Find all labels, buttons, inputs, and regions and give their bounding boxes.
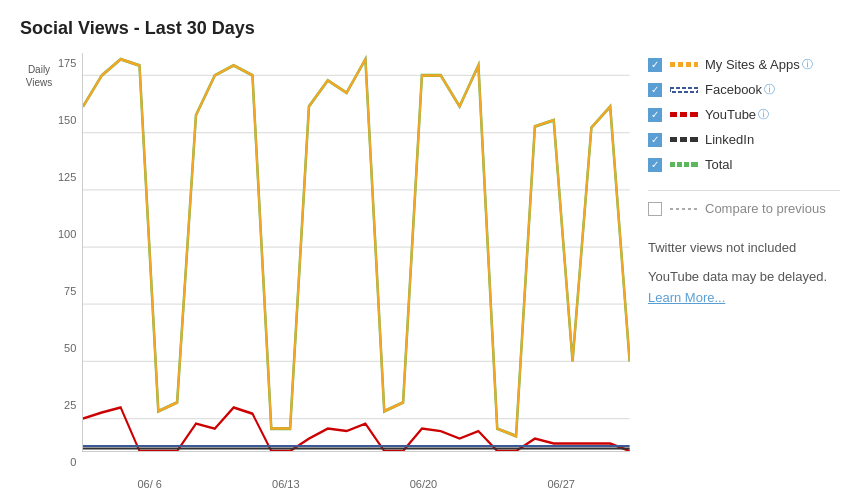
- svg-rect-12: [670, 112, 677, 117]
- legend-icon-youtube: [670, 108, 698, 122]
- svg-rect-10: [694, 62, 698, 67]
- legend-icon-linkedin: [670, 133, 698, 147]
- legend-divider: [648, 190, 840, 191]
- legend-checkbox-facebook[interactable]: [648, 83, 662, 97]
- x-label-0: 06/ 6: [137, 478, 161, 490]
- y-tick-175: 175: [58, 57, 76, 69]
- legend-item-facebook[interactable]: Facebook ⓘ: [648, 82, 840, 97]
- legend-info-facebook[interactable]: ⓘ: [764, 82, 775, 97]
- legend-item-youtube[interactable]: YouTube ⓘ: [648, 107, 840, 122]
- youtube-note: YouTube data may be delayed. Learn More.…: [648, 267, 840, 309]
- svg-rect-13: [680, 112, 687, 117]
- legend-checkbox-linkedin[interactable]: [648, 133, 662, 147]
- legend-icon-facebook: [670, 83, 698, 97]
- svg-rect-20: [684, 162, 689, 167]
- compare-icon: [670, 202, 698, 216]
- legend-label-total: Total: [705, 157, 732, 172]
- compare-section[interactable]: Compare to previous: [648, 201, 840, 216]
- svg-rect-19: [677, 162, 682, 167]
- svg-rect-7: [670, 62, 675, 67]
- main-container: Social Views - Last 30 Days DailyViews 1…: [0, 0, 860, 500]
- y-tick-150: 150: [58, 114, 76, 126]
- svg-rect-11: [670, 88, 698, 92]
- svg-rect-14: [690, 112, 698, 117]
- legend-icon-my-sites: [670, 58, 698, 72]
- y-ticks: 175 150 125 100 75 50 25 0: [58, 53, 82, 490]
- legend-checkbox-youtube[interactable]: [648, 108, 662, 122]
- y-tick-75: 75: [64, 285, 76, 297]
- legend-checkbox-my-sites[interactable]: [648, 58, 662, 72]
- svg-rect-9: [686, 62, 691, 67]
- svg-rect-18: [670, 162, 675, 167]
- legend-icon-total: [670, 158, 698, 172]
- footer-notes: Twitter views not included YouTube data …: [648, 238, 840, 308]
- svg-rect-17: [690, 137, 698, 142]
- svg-rect-16: [680, 137, 687, 142]
- page-title: Social Views - Last 30 Days: [20, 18, 840, 39]
- x-labels: 06/ 6 06/13 06/20 06/27: [82, 478, 630, 490]
- y-tick-125: 125: [58, 171, 76, 183]
- chart-wrapper: 175 150 125 100 75 50 25 0: [58, 53, 630, 490]
- legend-checkbox-total[interactable]: [648, 158, 662, 172]
- compare-checkbox[interactable]: [648, 202, 662, 216]
- legend-item-total[interactable]: Total: [648, 157, 840, 172]
- graph-section: DailyViews 175 150 125 100 75 50 25 0: [20, 53, 630, 490]
- x-label-3: 06/27: [547, 478, 575, 490]
- legend-label-my-sites: My Sites & Apps: [705, 57, 800, 72]
- y-tick-100: 100: [58, 228, 76, 240]
- y-tick-50: 50: [64, 342, 76, 354]
- y-tick-0: 0: [70, 456, 76, 468]
- compare-label: Compare to previous: [705, 201, 826, 216]
- legend-label-youtube: YouTube: [705, 107, 756, 122]
- twitter-note: Twitter views not included: [648, 238, 840, 259]
- svg-rect-8: [678, 62, 683, 67]
- chart-area: DailyViews 175 150 125 100 75 50 25 0: [20, 53, 840, 490]
- y-tick-25: 25: [64, 399, 76, 411]
- legend-item-my-sites[interactable]: My Sites & Apps ⓘ: [648, 57, 840, 72]
- svg-rect-15: [670, 137, 677, 142]
- legend-info-my-sites[interactable]: ⓘ: [802, 57, 813, 72]
- svg-rect-21: [691, 162, 698, 167]
- chart-svg: [83, 53, 630, 451]
- y-axis-label: DailyViews: [20, 63, 58, 89]
- legend-item-linkedin[interactable]: LinkedIn: [648, 132, 840, 147]
- legend-info-youtube[interactable]: ⓘ: [758, 107, 769, 122]
- chart-canvas: [82, 53, 630, 452]
- legend-label-linkedin: LinkedIn: [705, 132, 754, 147]
- legend-section: My Sites & Apps ⓘ Facebook ⓘ: [630, 53, 840, 490]
- learn-more-link[interactable]: Learn More...: [648, 290, 725, 305]
- legend-label-facebook: Facebook: [705, 82, 762, 97]
- x-label-1: 06/13: [272, 478, 300, 490]
- x-label-2: 06/20: [410, 478, 438, 490]
